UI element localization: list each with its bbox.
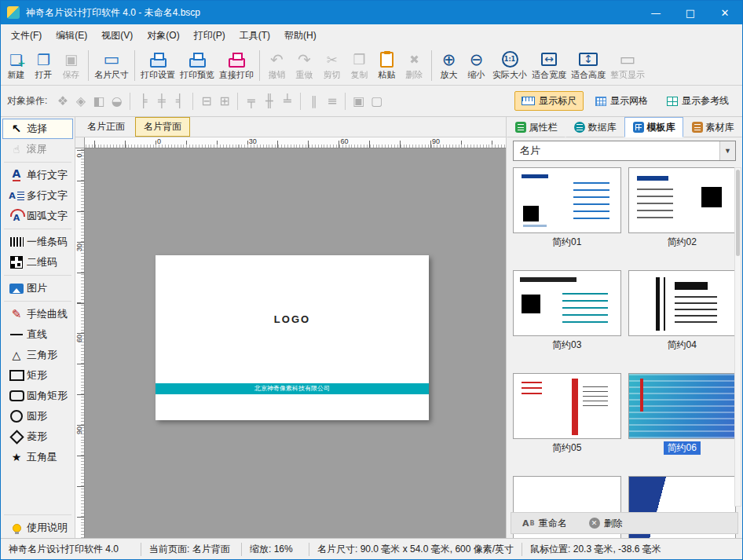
template-name: 简约04 [664,339,701,352]
tool-label: 多行文字 [27,188,68,203]
direct-print-button[interactable]: 直接打印 [217,47,256,84]
template-thumbnail[interactable] [628,167,737,233]
tool-image[interactable]: 图片 [2,278,73,298]
tool-circle[interactable]: 圆形 [2,406,73,426]
rounded-rectangle-icon [6,388,27,404]
zoom-in-button[interactable]: 放大 [435,47,463,84]
new-file-button[interactable]: 新建 [2,47,30,84]
tab-card-front[interactable]: 名片正面 [79,117,134,137]
template-item[interactable]: 简约01 [513,167,621,249]
template-item[interactable]: 简约04 [628,270,737,352]
materials-icon [692,122,703,133]
tool-star[interactable]: 五角星 [2,447,73,467]
menu-view[interactable]: 视图(V) [94,26,140,46]
print-settings-button[interactable]: 打印设置 [138,47,178,84]
fit-height-button[interactable]: 适合高度 [569,47,608,84]
tool-rounded-rectangle[interactable]: 圆角矩形 [2,386,73,406]
menu-file[interactable]: 文件(F) [4,26,49,46]
template-thumbnail[interactable] [628,373,737,439]
toggle-show-guides[interactable]: 显示参考线 [660,91,736,111]
template-category-dropdown[interactable]: 名片 ▼ [513,141,736,161]
tool-group-divider [4,301,71,302]
tool-qrcode[interactable]: 二维码 [2,252,73,273]
template-item[interactable]: 简约05 [513,373,621,455]
menu-edit[interactable]: 编辑(E) [49,26,94,46]
equal-width-icon [197,92,215,111]
paste-button[interactable]: 粘贴 [373,47,401,84]
card-logo-text[interactable]: LOGO [156,313,429,325]
close-button[interactable]: ✕ [708,1,742,24]
right-panel: 属性栏数据库模板库素材库 名片 ▼ 简约01简约02简约03简约04简约05简约… [506,117,742,538]
template-library-panel: 名片 ▼ 简约01简约02简约03简约04简约05简约06 重命名 删除 [507,137,742,538]
tool-line[interactable]: 直线 [2,324,73,345]
tab-card-back[interactable]: 名片背面 [135,117,190,137]
card-size-button[interactable]: 名片尺寸 [92,47,131,84]
templates-icon [633,122,644,133]
tool-label: 一维条码 [27,235,68,249]
tool-label: 选择 [27,122,47,136]
main-area: 选择滚屏单行文字多行文字圆弧文字一维条码二维码图片手绘曲线直线三角形矩形圆角矩形… [1,117,742,538]
tool-single-line-text[interactable]: 单行文字 [2,165,73,185]
save-icon [61,50,82,68]
template-grid: 简约01简约02简约03简约04简约05简约06 [513,167,736,538]
zoom-out-button[interactable]: 缩小 [463,47,490,84]
tool-triangle[interactable]: 三角形 [2,345,73,365]
minimize-button[interactable]: — [639,1,673,24]
template-thumbnail[interactable] [513,270,621,336]
full-page-button: 整页显示 [608,47,647,84]
tool-multi-line-text[interactable]: 多行文字 [2,185,73,206]
undo-icon [267,50,287,68]
delete-template-button[interactable]: 删除 [589,517,623,530]
toggle-show-ruler[interactable]: 显示标尺 [514,91,584,111]
tool-freehand-curve[interactable]: 手绘曲线 [2,304,73,324]
tab-properties[interactable]: 属性栏 [507,117,565,137]
card-company-stripe[interactable]: 北京神奇像素科技有限公司 [156,383,429,394]
rectangle-icon [6,368,27,383]
tool-help[interactable]: 使用说明 [2,518,73,538]
object-operation-icons [53,92,386,111]
tab-materials[interactable]: 素材库 [683,117,742,137]
ruler-mark: 60 [340,137,348,145]
print-settings-icon [148,50,168,68]
app-icon [7,6,20,19]
menu-tools[interactable]: 工具(T) [232,26,277,46]
tool-select[interactable]: 选择 [2,119,73,139]
template-thumbnail[interactable] [513,167,621,233]
template-item[interactable]: 简约02 [628,167,737,249]
diamond-icon [6,429,27,445]
ruler-mark: 0 [157,137,161,145]
templates-scrollbar[interactable] [734,167,741,507]
toggle-show-grid[interactable]: 显示网格 [588,91,655,111]
toolbar-button-label: 保存 [63,69,80,81]
fit-width-button[interactable]: 适合宽度 [529,47,569,84]
tool-rectangle[interactable]: 矩形 [2,365,73,386]
tab-database[interactable]: 数据库 [565,117,624,137]
template-thumbnail[interactable] [513,373,621,439]
sidebar-spacer [1,467,75,512]
tool-barcode[interactable]: 一维条码 [2,232,73,252]
tool-arc-text[interactable]: 圆弧文字 [2,206,73,226]
business-card-page[interactable]: LOGO 北京神奇像素科技有限公司 [156,255,429,420]
open-file-button[interactable]: 打开 [30,47,57,84]
delete-icon [404,50,425,68]
template-item[interactable]: 简约06 [628,373,737,455]
template-item[interactable]: 简约03 [513,270,621,352]
actual-size-button[interactable]: 实际大小 [490,47,529,84]
rename-template-button[interactable]: 重命名 [522,517,567,530]
design-canvas: LOGO 北京神奇像素科技有限公司 [85,148,506,538]
tool-diamond[interactable]: 菱形 [2,426,73,447]
scrollbar-thumb[interactable] [736,170,740,256]
menu-object[interactable]: 对象(O) [140,26,186,46]
align-left-icon [134,92,152,111]
redo-icon [295,50,315,68]
print-preview-button[interactable]: 打印预览 [178,47,217,84]
tab-templates[interactable]: 模板库 [624,117,683,137]
template-thumbnail[interactable] [628,270,737,336]
tool-label: 滚屏 [27,142,47,156]
menu-help[interactable]: 帮助(H) [277,26,324,46]
database-icon [574,122,585,133]
maximize-button[interactable]: □ [673,1,708,24]
menu-print[interactable]: 打印(P) [187,26,232,46]
object-operations-label: 对象操作: [7,94,47,108]
toolbar-separator [345,93,346,110]
